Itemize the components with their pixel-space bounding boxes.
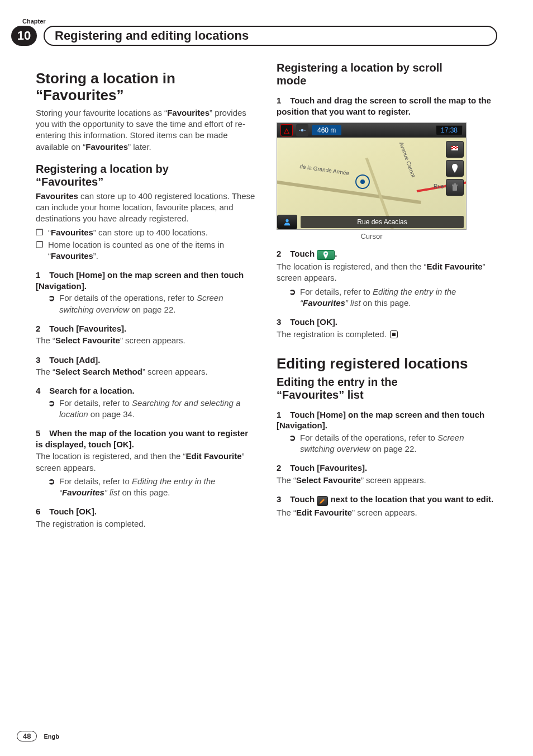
svg-point-0 [301, 129, 304, 132]
svg-rect-7 [456, 147, 458, 148]
reference-icon: ➲ [289, 432, 300, 455]
note-400-locations: ❐ “Favourites” can store up to 400 locat… [36, 227, 256, 238]
step-5-ref: ➲ For details, refer to Editing the entr… [48, 476, 256, 499]
scroll-step-3-follow: The registration is completed. [277, 329, 497, 340]
register-scroll-heading: Registering a location by scroll mode [277, 62, 497, 87]
svg-point-10 [454, 166, 456, 168]
svg-point-15 [325, 253, 327, 254]
map-time: 17:38 [436, 125, 463, 135]
step-6-follow: The registration is completed. [36, 518, 256, 530]
right-column: Registering a location by scroll mode 1 … [277, 62, 497, 532]
editing-entry-heading: Editing the entry in the “Favourites” li… [277, 376, 497, 401]
chapter-label: Chapter [22, 18, 497, 25]
page-footer: 48 Engb [17, 731, 59, 741]
note-icon: ❐ [36, 227, 48, 238]
edit-step-3: 3 Touch next to the location that you wa… [277, 494, 497, 506]
map-flag-button[interactable] [446, 141, 464, 158]
reference-icon: ➲ [48, 292, 59, 315]
end-mark-icon [390, 330, 398, 338]
satellite-icon[interactable] [296, 124, 308, 136]
edit-step-1: 1 Touch [Home] on the map screen and the… [277, 409, 497, 431]
scroll-step-2: 2 Touch . [277, 248, 497, 260]
chapter-title: Registering and editing locations [44, 26, 497, 46]
register-by-fav-body: Favourites can store up to 400 registere… [36, 191, 256, 225]
step-4-search: 4 Search for a location. [36, 385, 256, 396]
note-home-counted: ❐ Home location is counted as one of the… [36, 239, 256, 262]
chapter-bar: 10 Registering and editing locations [11, 26, 497, 46]
svg-rect-1 [299, 130, 300, 130]
edit-step-3-follow: The “Edit Favourite” screen appears. [277, 507, 497, 518]
svg-rect-5 [455, 146, 456, 147]
step-5-follow: The location is registered, and then the… [36, 451, 256, 474]
map-street-name: Rue des Acacias [301, 216, 464, 228]
cursor-caption: Cursor [277, 232, 467, 240]
step-6-ok: 6 Touch [OK]. [36, 506, 256, 517]
language-code: Engb [44, 733, 59, 740]
map-distance: 460 m [312, 125, 341, 135]
reference-icon: ➲ [289, 286, 300, 309]
street-label: de la Grande Armée [299, 163, 350, 176]
svg-rect-6 [453, 147, 455, 148]
scroll-step-2-ref: ➲ For details, refer to Editing the entr… [289, 286, 497, 309]
edit-icon [317, 496, 328, 506]
scroll-step-3: 3 Touch [OK]. [277, 316, 497, 328]
edit-step-1-ref: ➲ For details of the operations, refer t… [289, 432, 497, 455]
pin-icon [317, 250, 335, 260]
note-icon: ❐ [36, 239, 48, 262]
editing-heading: Editing registered locations [277, 356, 497, 372]
svg-rect-11 [453, 186, 457, 191]
map-top-bar: △ 460 m 17:38 [277, 123, 466, 138]
scroll-step-1: 1 Touch and drag the screen to scroll th… [277, 95, 497, 117]
svg-rect-12 [452, 185, 458, 186]
storing-heading: Storing a location in “Favourites” [36, 70, 256, 104]
reference-icon: ➲ [48, 476, 59, 499]
svg-rect-9 [455, 148, 456, 149]
svg-rect-2 [304, 130, 306, 130]
map-cursor [355, 174, 370, 189]
left-column: Storing a location in “Favourites” Stori… [36, 62, 256, 532]
storing-intro: Storing your favourite locations as “Fav… [36, 107, 256, 153]
step-3-follow: The “Select Search Method” screen appear… [36, 366, 256, 377]
map-screenshot: de la Grande Armée Avenue Carnot Rue Be … [277, 122, 467, 230]
step-2-favourites: 2 Touch [Favourites]. [36, 323, 256, 334]
reference-icon: ➲ [48, 398, 59, 420]
svg-point-14 [285, 219, 288, 222]
step-5-ok: 5 When the map of the location you want … [36, 428, 256, 450]
map-delete-button[interactable] [446, 179, 464, 196]
street-label: Avenue Carnot [398, 141, 417, 178]
page-number: 48 [17, 731, 37, 741]
step-1-ref: ➲ For details of the operations, refer t… [48, 292, 256, 315]
step-2-follow: The “Select Favourite” screen appears. [36, 335, 256, 346]
svg-rect-4 [451, 146, 453, 147]
warning-icon[interactable]: △ [280, 124, 293, 136]
register-by-fav-heading: Registering a location by “Favourites” [36, 163, 256, 188]
edit-step-2: 2 Touch [Favourites]. [277, 462, 497, 474]
chapter-number: 10 [11, 26, 37, 46]
step-3-add: 3 Touch [Add]. [36, 355, 256, 366]
step-1-home-nav: 1 Touch [Home] on the map screen and the… [36, 270, 256, 291]
map-user-button[interactable] [277, 215, 297, 229]
scroll-step-2-follow: The location is registered, and then the… [277, 261, 497, 284]
map-bottom-bar: Rue des Acacias [277, 215, 466, 229]
svg-rect-13 [454, 183, 456, 185]
svg-rect-8 [451, 148, 453, 149]
edit-step-2-follow: The “Select Favourite” screen appears. [277, 475, 497, 486]
step-4-ref: ➲ For details, refer to Searching for an… [48, 398, 256, 420]
map-pin-button[interactable] [446, 160, 464, 177]
